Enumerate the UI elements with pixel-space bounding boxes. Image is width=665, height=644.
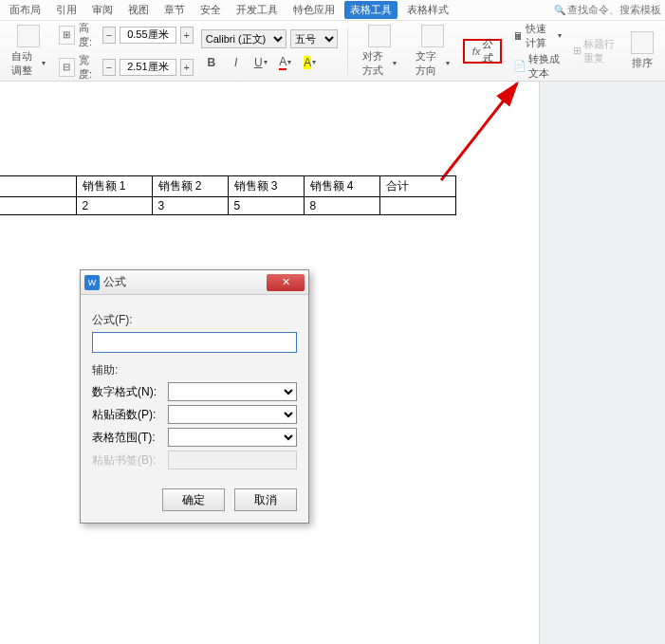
paste-bookmark-select	[168, 451, 297, 469]
text-direction-icon	[421, 25, 444, 47]
table-header[interactable]: 销售额 2	[152, 176, 228, 197]
table-header[interactable]: 销售额 3	[228, 176, 304, 197]
row-height-icon: ⊞	[59, 26, 75, 45]
font-group: Calibri (正文) 五号 B I U A A	[201, 29, 338, 73]
width-plus[interactable]: +	[180, 59, 194, 76]
calc-icon: 🖩	[513, 30, 524, 42]
col-spacer	[0, 197, 76, 215]
repeat-label: 标题行重复	[583, 37, 618, 65]
width-label: 宽度:	[79, 53, 99, 82]
align-icon	[368, 25, 391, 47]
main-tab-bar: 面布局 引用 审阅 视图 章节 安全 开发工具 特色应用 表格工具 表格样式 查…	[0, 0, 665, 21]
assist-label: 辅助:	[92, 362, 297, 378]
font-color-button[interactable]: A	[275, 52, 296, 73]
tab-references[interactable]: 引用	[50, 1, 83, 19]
bold-button[interactable]: B	[201, 52, 222, 73]
sort-label: 排序	[632, 56, 653, 70]
number-format-label: 数字格式(N):	[92, 384, 162, 400]
close-button[interactable]: ✕	[267, 274, 305, 291]
height-minus[interactable]: −	[102, 27, 116, 44]
document-area: 销售额 1 销售额 2 销售额 3 销售额 4 合计 2 3 5 8	[0, 175, 456, 215]
quick-calc-label: 快速计算	[526, 22, 556, 50]
text-direction-label: 文字方向	[416, 49, 450, 78]
convert-to-text-button[interactable]: 📄转换成文本	[513, 52, 562, 81]
text-direction-button[interactable]: 文字方向	[410, 25, 455, 78]
align-button[interactable]: 对齐方式	[357, 25, 402, 78]
col-spacer	[0, 176, 76, 197]
paste-bookmark-label: 粘贴书签(B):	[92, 452, 162, 469]
autofit-label: 自动调整	[11, 49, 46, 78]
formula-field-label: 公式(F):	[92, 312, 297, 328]
dialog-titlebar[interactable]: W 公式 ✕	[81, 270, 308, 295]
paste-function-label: 粘贴函数(P):	[92, 407, 162, 423]
data-table[interactable]: 销售额 1 销售额 2 销售额 3 销售额 4 合计 2 3 5 8	[0, 175, 456, 215]
tab-tablestyle[interactable]: 表格样式	[401, 1, 454, 19]
table-header[interactable]: 销售额 1	[76, 176, 152, 197]
formula-dialog: W 公式 ✕ 公式(F): 辅助: 数字格式(N): 粘贴函数(P): 表格范围…	[80, 269, 309, 524]
italic-button[interactable]: I	[226, 52, 247, 73]
table-header[interactable]: 销售额 4	[304, 176, 379, 197]
width-minus[interactable]: −	[102, 59, 116, 76]
autofit-button[interactable]: 自动调整	[6, 25, 51, 78]
table-cell[interactable]: 2	[76, 197, 152, 215]
tab-devtools[interactable]: 开发工具	[231, 1, 284, 19]
table-cell[interactable]: 3	[152, 197, 228, 215]
convert-label: 转换成文本	[528, 52, 562, 81]
divider	[347, 28, 348, 75]
formula-label: 公式	[482, 37, 492, 65]
quick-calc-button[interactable]: 🖩快速计算▾	[513, 22, 562, 50]
size-group: ⊞ 高度: − + ⊟ 宽度: − +	[59, 21, 194, 82]
table-range-select[interactable]	[168, 428, 297, 447]
tab-view[interactable]: 视图	[122, 1, 155, 19]
dialog-title: 公式	[103, 274, 126, 290]
cancel-button[interactable]: 取消	[234, 488, 297, 511]
tab-tabletools[interactable]: 表格工具	[344, 1, 397, 19]
title-row-repeat-button: ⊞标题行重复	[573, 37, 618, 65]
table-header[interactable]: 合计	[379, 176, 455, 197]
app-logo-icon: W	[84, 275, 100, 290]
autofit-icon	[17, 25, 40, 47]
tab-special[interactable]: 特色应用	[287, 1, 341, 19]
font-size-select[interactable]: 五号	[290, 29, 338, 48]
sort-icon	[631, 31, 654, 54]
search-commands[interactable]: 查找命令、搜索模板	[554, 3, 661, 17]
table-cell[interactable]	[379, 197, 455, 215]
height-label: 高度:	[79, 21, 99, 49]
highlight-button[interactable]: A	[300, 52, 321, 73]
col-width-icon: ⊟	[59, 58, 75, 77]
table-cell[interactable]: 8	[304, 197, 379, 215]
font-family-select[interactable]: Calibri (正文)	[201, 29, 286, 48]
fx-icon: fx	[472, 46, 481, 57]
tab-chapter[interactable]: 章节	[158, 1, 191, 19]
repeat-icon: ⊞	[573, 45, 582, 57]
paste-function-select[interactable]	[168, 405, 297, 424]
convert-icon: 📄	[513, 60, 526, 72]
svg-line-0	[441, 83, 517, 180]
annotation-arrow	[432, 76, 536, 190]
table-cell[interactable]: 5	[228, 197, 304, 215]
number-format-select[interactable]	[168, 382, 297, 401]
sort-button[interactable]: 排序	[625, 25, 659, 78]
height-plus[interactable]: +	[180, 27, 194, 44]
table-range-label: 表格范围(T):	[92, 430, 162, 446]
tab-review[interactable]: 审阅	[86, 1, 119, 19]
formula-button[interactable]: fx 公式	[463, 39, 503, 64]
table-header-row: 销售额 1 销售额 2 销售额 3 销售额 4 合计	[0, 176, 455, 197]
ok-button[interactable]: 确定	[162, 488, 225, 511]
height-input[interactable]	[120, 27, 176, 44]
right-side-panel	[539, 82, 665, 644]
width-input[interactable]	[120, 59, 176, 76]
formula-input[interactable]	[92, 332, 297, 353]
align-label: 对齐方式	[362, 49, 397, 78]
tab-security[interactable]: 安全	[194, 1, 227, 19]
table-row: 2 3 5 8	[0, 197, 455, 215]
tab-pagelayout[interactable]: 面布局	[4, 1, 46, 19]
ribbon: 自动调整 ⊞ 高度: − + ⊟ 宽度: − + Calibri (正文) 五号…	[0, 21, 665, 82]
underline-button[interactable]: U	[250, 52, 271, 73]
